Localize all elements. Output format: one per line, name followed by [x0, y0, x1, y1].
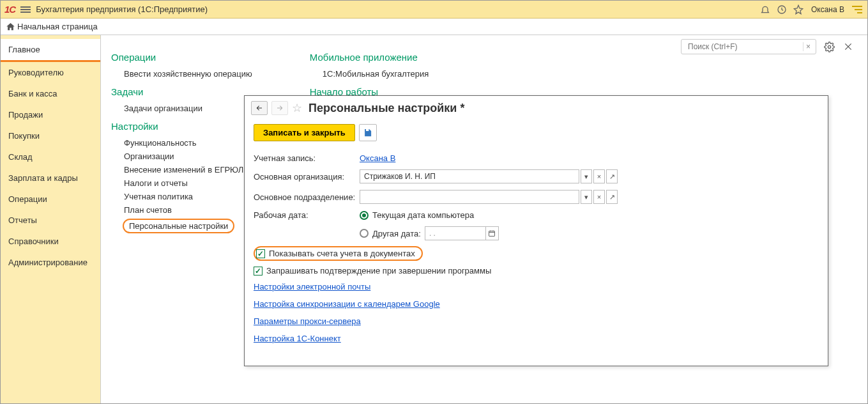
sidebar-item-admin[interactable]: Администрирование — [1, 252, 100, 273]
home-icon[interactable] — [3, 22, 17, 31]
row-org: Основная организация: Стрижаков И. Н. ИП… — [254, 166, 819, 187]
org-actions: ▾ × ↗ — [581, 169, 618, 183]
radio-other-date[interactable] — [360, 229, 369, 238]
sidebar-item-refs[interactable]: Справочники — [1, 231, 100, 252]
star-icon[interactable] — [792, 3, 805, 16]
dept-clear-icon[interactable]: × — [593, 190, 605, 204]
collapse-menu-icon[interactable] — [851, 3, 864, 16]
link-accounting-policy[interactable]: Учетная политика — [111, 192, 252, 205]
breadcrumb-home[interactable]: Начальная страница — [17, 22, 102, 31]
dept-dropdown-icon[interactable]: ▾ — [581, 190, 592, 204]
highlight-show-accounts: Показывать счета учета в документах — [254, 246, 423, 261]
dialog-toolbar: ☆ Персональные настройки * — [245, 96, 828, 118]
link-email-settings[interactable]: Настройки электронной почты — [254, 278, 819, 295]
row-workdate: Рабочая дата: Текущая дата компьютера — [254, 207, 819, 223]
link-organizations[interactable]: Организации — [111, 152, 252, 165]
link-functionality[interactable]: Функциональность — [111, 138, 252, 152]
radio-current-date[interactable] — [360, 211, 369, 220]
org-select[interactable]: Стрижаков И. Н. ИП — [360, 169, 579, 183]
label-account: Учетная запись: — [254, 153, 360, 163]
menu-col-1: Операции Ввести хозяйственную операцию З… — [111, 48, 252, 233]
link-personal-settings-highlight: Персональные настройки — [123, 219, 234, 233]
link-chart-accounts[interactable]: План счетов — [111, 205, 252, 219]
app-logo-icon: 1C — [4, 4, 15, 15]
search-box[interactable]: × — [681, 39, 816, 54]
dialog-button-row: Записать и закрыть — [254, 124, 819, 141]
history-icon[interactable] — [775, 3, 788, 16]
label-dept: Основное подразделение: — [254, 192, 360, 202]
dialog-body: Записать и закрыть Учетная запись: Оксан… — [245, 118, 828, 354]
row-otherdate: Другая дата: . . — [254, 223, 819, 244]
row-confirm-exit: Запрашивать подтверждение при завершении… — [254, 263, 819, 278]
row-account: Учетная запись: Оксана В — [254, 150, 819, 166]
hamburger-icon[interactable] — [19, 3, 32, 16]
favorite-icon[interactable]: ☆ — [292, 101, 302, 115]
svg-point-1 — [828, 45, 830, 48]
org-dropdown-icon[interactable]: ▾ — [581, 169, 592, 183]
link-proxy[interactable]: Параметры прокси-сервера — [254, 313, 819, 330]
org-clear-icon[interactable]: × — [593, 169, 605, 183]
personal-settings-dialog: ☆ Персональные настройки * Записать и за… — [244, 95, 828, 366]
other-date-input[interactable]: . . — [425, 226, 486, 240]
save-button[interactable] — [359, 124, 377, 141]
nav-back-button[interactable] — [251, 101, 268, 115]
org-value: Стрижаков И. Н. ИП — [364, 172, 436, 181]
save-and-close-button[interactable]: Записать и закрыть — [254, 124, 355, 141]
radio-other-date-label: Другая дата: — [372, 229, 421, 238]
section-mobile[interactable]: Мобильное приложение — [310, 52, 429, 63]
dept-actions: ▾ × ↗ — [581, 190, 618, 204]
breadcrumb: Начальная страница — [1, 19, 867, 35]
link-enter-operation[interactable]: Ввести хозяйственную операцию — [111, 69, 252, 82]
gear-icon[interactable] — [823, 40, 835, 53]
checkbox-confirm-exit[interactable] — [254, 267, 263, 276]
search-clear-icon[interactable]: × — [803, 42, 813, 51]
row-dept: Основное подразделение: ▾ × ↗ — [254, 187, 819, 207]
nav-forward-button[interactable] — [271, 101, 288, 115]
search-input[interactable] — [687, 42, 803, 52]
sidebar-item-purchases[interactable]: Покупки — [1, 125, 100, 146]
link-google-sync[interactable]: Настройка синхронизации с календарем Goo… — [254, 295, 819, 313]
label-workdate: Рабочая дата: — [254, 210, 360, 220]
sidebar-item-warehouse[interactable]: Склад — [1, 146, 100, 167]
link-egrul[interactable]: Внесение изменений в ЕГРЮЛ — [111, 165, 252, 178]
app-title: Бухгалтерия предприятия (1С:Предприятие) — [36, 4, 208, 14]
link-1c-connect[interactable]: Настройка 1С-Коннект — [254, 330, 819, 347]
sidebar-item-hr[interactable]: Зарплата и кадры — [1, 167, 100, 189]
top-controls: × — [681, 39, 855, 54]
sidebar-item-reports[interactable]: Отчеты — [1, 210, 100, 231]
svg-rect-2 — [489, 231, 495, 237]
sidebar: Главное Руководителю Банк и касса Продаж… — [1, 35, 101, 403]
calendar-icon[interactable] — [486, 226, 499, 240]
org-open-icon[interactable]: ↗ — [606, 169, 618, 183]
section-operations[interactable]: Операции — [111, 52, 252, 63]
account-link[interactable]: Оксана В — [360, 153, 395, 163]
row-show-accounts: Показывать счета учета в документах — [254, 244, 819, 263]
label-org: Основная организация: — [254, 172, 360, 182]
dialog-title: Персональные настройки * — [306, 102, 464, 115]
bell-icon[interactable] — [759, 3, 772, 16]
close-icon[interactable] — [842, 40, 855, 53]
sidebar-item-operations[interactable]: Операции — [1, 189, 100, 210]
dept-open-icon[interactable]: ↗ — [606, 190, 618, 204]
link-mobile-accounting[interactable]: 1С:Мобильная бухгалтерия — [310, 69, 429, 82]
sidebar-item-sales[interactable]: Продажи — [1, 104, 100, 125]
section-settings[interactable]: Настройки — [111, 121, 252, 132]
sidebar-item-manager[interactable]: Руководителю — [1, 62, 100, 83]
current-user[interactable]: Оксана В — [809, 5, 847, 14]
checkbox-show-accounts[interactable] — [256, 249, 265, 258]
label-show-accounts: Показывать счета учета в документах — [269, 249, 415, 258]
link-org-tasks[interactable]: Задачи организации — [111, 104, 252, 117]
dept-select[interactable] — [360, 190, 579, 204]
label-confirm-exit: Запрашивать подтверждение при завершении… — [266, 266, 491, 276]
sidebar-item-bank[interactable]: Банк и касса — [1, 83, 100, 104]
titlebar: 1C Бухгалтерия предприятия (1С:Предприят… — [1, 1, 867, 19]
sidebar-item-main[interactable]: Главное — [1, 39, 100, 62]
radio-current-date-label: Текущая дата компьютера — [372, 210, 474, 220]
section-tasks[interactable]: Задачи — [111, 86, 252, 97]
link-personal-settings[interactable]: Персональные настройки — [129, 221, 228, 231]
link-taxes[interactable]: Налоги и отчеты — [111, 178, 252, 192]
